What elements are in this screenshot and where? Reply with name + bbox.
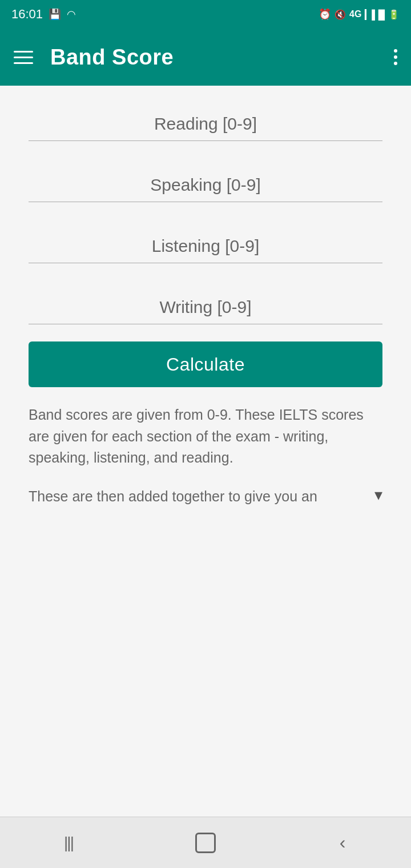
description-paragraph-1: Band scores are given from 0-9. These IE… bbox=[29, 404, 382, 469]
listening-input[interactable] bbox=[29, 225, 382, 263]
4g-icon: 4G bbox=[349, 9, 361, 19]
recent-apps-icon: ||| bbox=[64, 834, 73, 852]
status-bar: 16:01 💾 ◠ ⏰ 🔇 4G ▎▌█ 🔋 bbox=[0, 0, 411, 29]
save-icon: 💾 bbox=[49, 8, 61, 21]
description-text: Band scores are given from 0-9. These IE… bbox=[29, 404, 382, 507]
writing-input[interactable] bbox=[29, 286, 382, 324]
chevron-down-icon[interactable]: ▾ bbox=[374, 483, 382, 507]
back-button[interactable]: ‹ bbox=[320, 826, 365, 860]
spacer3 bbox=[29, 269, 382, 286]
status-time: 16:01 bbox=[11, 7, 43, 22]
writing-input-group bbox=[29, 286, 382, 324]
listening-input-group bbox=[29, 225, 382, 263]
home-icon bbox=[195, 833, 216, 853]
battery-icon: 🔋 bbox=[388, 9, 400, 20]
back-icon: ‹ bbox=[340, 832, 346, 853]
hamburger-menu-icon[interactable] bbox=[14, 51, 33, 64]
reading-input-group bbox=[29, 103, 382, 141]
reading-input[interactable] bbox=[29, 103, 382, 141]
description-paragraph-2: These are then added together to give yo… bbox=[29, 486, 382, 508]
spacer1 bbox=[29, 147, 382, 164]
bottom-nav: ||| ‹ bbox=[0, 817, 411, 868]
status-right: ⏰ 🔇 4G ▎▌█ 🔋 bbox=[319, 8, 400, 21]
more-options-icon[interactable] bbox=[394, 49, 397, 65]
wifi-icon: ◠ bbox=[67, 8, 76, 21]
recent-apps-button[interactable]: ||| bbox=[46, 826, 91, 860]
speaking-input-group bbox=[29, 164, 382, 202]
calculate-button[interactable]: Calculate bbox=[29, 341, 382, 387]
alarm-icon: ⏰ bbox=[319, 8, 331, 21]
app-bar: Band Score bbox=[0, 29, 411, 86]
main-content: Calculate Band scores are given from 0-9… bbox=[0, 86, 411, 817]
page-title: Band Score bbox=[50, 45, 394, 70]
speaking-input[interactable] bbox=[29, 164, 382, 202]
home-button[interactable] bbox=[183, 826, 228, 860]
spacer2 bbox=[29, 208, 382, 225]
mute-icon: 🔇 bbox=[335, 9, 346, 20]
signal-icon-1: ▎▌█ bbox=[365, 9, 385, 20]
status-left: 16:01 💾 ◠ bbox=[11, 7, 76, 22]
